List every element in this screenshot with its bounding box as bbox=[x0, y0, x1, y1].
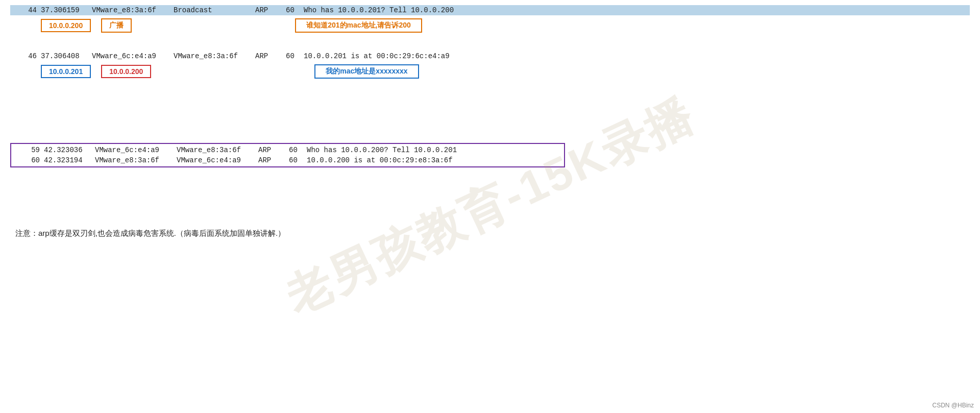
col-info-46: 10.0.0.201 is at 00:0c:29:6c:e4:a9 bbox=[304, 52, 970, 60]
packet-row-44: 44 37.306159 VMware_e8:3a:6f Broadcast A… bbox=[10, 5, 970, 15]
col-no-46: 46 bbox=[10, 52, 41, 60]
col-info-44: Who has 10.0.0.201? Tell 10.0.0.200 bbox=[304, 6, 970, 14]
col-no-59: 59 bbox=[13, 146, 44, 154]
gap-2 bbox=[10, 82, 970, 143]
packet-section-3-4: 59 42.323036 VMware_6c:e4:a9 VMware_e8:3… bbox=[10, 143, 970, 167]
col-proto-46: ARP bbox=[255, 52, 286, 60]
csdn-text: CSDN @HBinz bbox=[932, 402, 974, 409]
col-dst-46: VMware_e8:3a:6f bbox=[174, 52, 255, 60]
col-src-60: VMware_e8:3a:6f bbox=[95, 156, 177, 164]
packet-section-2: 46 37.306408 VMware_6c:e4:a9 VMware_e8:3… bbox=[10, 51, 970, 82]
col-info-59: Who has 10.0.0.200? Tell 10.0.0.201 bbox=[307, 146, 562, 154]
annotation-row-1: 10.0.0.200 广播 谁知道201的mac地址,请告诉200 bbox=[10, 15, 970, 36]
col-len-46: 60 bbox=[286, 52, 304, 60]
col-src-44: VMware_e8:3a:6f bbox=[92, 6, 174, 14]
col-src-46: VMware_6c:e4:a9 bbox=[92, 52, 174, 60]
col-no-60: 60 bbox=[13, 156, 44, 164]
packet-row-60: 60 42.323194 VMware_e8:3a:6f VMware_6c:e… bbox=[11, 155, 564, 165]
packet-row-59: 59 42.323036 VMware_6c:e4:a9 VMware_e8:3… bbox=[11, 145, 564, 155]
col-no-44: 44 bbox=[10, 6, 41, 14]
col-time-60: 42.323194 bbox=[44, 156, 95, 164]
col-src-59: VMware_6c:e4:a9 bbox=[95, 146, 177, 154]
ann-dst-ip-2: 10.0.0.200 bbox=[101, 65, 151, 78]
col-dst-60: VMware_6c:e4:a9 bbox=[177, 156, 258, 164]
col-info-60: 10.0.0.200 is at 00:0c:29:e8:3a:6f bbox=[307, 156, 562, 164]
gap-3 bbox=[10, 167, 970, 208]
col-len-44: 60 bbox=[286, 6, 304, 14]
col-proto-44: ARP bbox=[255, 6, 286, 14]
bottom-note-text: 注意：arp缓存是双刃剑,也会造成病毒危害系统.（病毒后面系统加固单独讲解.） bbox=[15, 229, 285, 237]
packet-section-1: 44 37.306159 VMware_e8:3a:6f Broadcast A… bbox=[10, 5, 970, 36]
col-time-46: 37.306408 bbox=[41, 52, 92, 60]
csdn-badge: CSDN @HBinz bbox=[932, 402, 974, 409]
col-proto-60: ARP bbox=[258, 156, 289, 164]
ann-src-ip-2: 10.0.0.201 bbox=[41, 65, 91, 78]
col-time-44: 37.306159 bbox=[41, 6, 92, 14]
page-wrapper: 老男孩教育-15K录播 44 37.306159 VMware_e8:3a:6f… bbox=[0, 0, 980, 413]
bottom-note: 注意：arp缓存是双刃剑,也会造成病毒危害系统.（病毒后面系统加固单独讲解.） bbox=[10, 229, 970, 238]
col-proto-59: ARP bbox=[258, 146, 289, 154]
purple-border-section: 59 42.323036 VMware_6c:e4:a9 VMware_e8:3… bbox=[10, 143, 565, 167]
col-dst-59: VMware_e8:3a:6f bbox=[177, 146, 258, 154]
ann-info-label-2: 我的mac地址是xxxxxxxx bbox=[314, 64, 419, 79]
col-len-59: 60 bbox=[289, 146, 307, 154]
annotation-row-2: 10.0.0.201 10.0.0.200 我的mac地址是xxxxxxxx bbox=[10, 61, 970, 82]
packet-row-46: 46 37.306408 VMware_6c:e4:a9 VMware_e8:3… bbox=[10, 51, 970, 61]
ann-src-ip-1: 10.0.0.200 bbox=[41, 19, 91, 32]
ann-dst-label-1: 广播 bbox=[101, 18, 132, 33]
gap-1 bbox=[10, 36, 970, 51]
col-time-59: 42.323036 bbox=[44, 146, 95, 154]
ann-info-label-1: 谁知道201的mac地址,请告诉200 bbox=[295, 18, 422, 33]
col-len-60: 60 bbox=[289, 156, 307, 164]
col-dst-44: Broadcast bbox=[174, 6, 255, 14]
